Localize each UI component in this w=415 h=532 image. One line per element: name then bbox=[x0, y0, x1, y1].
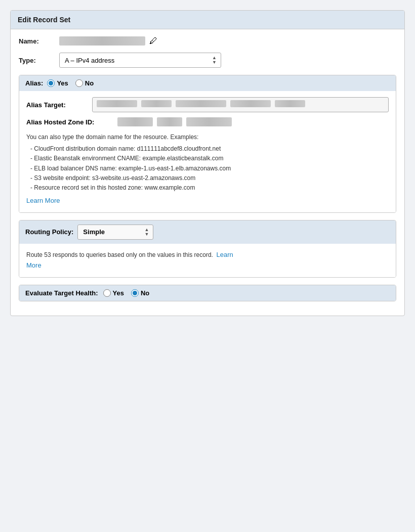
alias-hosted-zone-row: Alias Hosted Zone ID: bbox=[26, 117, 389, 126]
evaluate-no-radio[interactable] bbox=[131, 289, 139, 297]
alias-yes-label[interactable]: Yes bbox=[47, 79, 68, 87]
routing-policy-value: Simple bbox=[83, 228, 105, 236]
alias-no-label[interactable]: No bbox=[75, 79, 94, 87]
name-label: Name: bbox=[19, 37, 54, 45]
routing-description: Route 53 responds to queries based only … bbox=[26, 250, 389, 271]
type-select[interactable]: A – IPv4 address ▲▼ bbox=[59, 53, 221, 68]
alias-example-4: S3 website endpoint: s3-website.us-east-… bbox=[26, 173, 389, 183]
alias-no-radio[interactable] bbox=[75, 79, 83, 87]
routing-policy-header: Routing Policy: Simple ▲▼ bbox=[19, 220, 396, 244]
panel-header: Edit Record Set bbox=[11, 11, 404, 29]
evaluate-yes-radio[interactable] bbox=[103, 289, 111, 297]
alias-learn-more-link[interactable]: Learn More bbox=[26, 196, 60, 206]
evaluate-target-label: Evaluate Target Health: bbox=[25, 289, 98, 297]
alias-hosted-zone-label: Alias Hosted Zone ID: bbox=[26, 118, 117, 126]
routing-policy-select[interactable]: Simple ▲▼ bbox=[77, 225, 153, 240]
type-field-row: Type: A – IPv4 address ▲▼ bbox=[19, 53, 396, 68]
routing-policy-body: Route 53 responds to queries based only … bbox=[19, 244, 396, 277]
alias-example-1: CloudFront distribution domain name: d11… bbox=[26, 144, 389, 154]
edit-pencil-icon[interactable]: 🖊 bbox=[149, 36, 157, 46]
evaluate-target-header: Evaluate Target Health: Yes No bbox=[19, 285, 396, 301]
routing-policy-select-wrapper: Simple ▲▼ bbox=[77, 225, 153, 240]
type-label: Type: bbox=[19, 57, 54, 64]
evaluate-no-label[interactable]: No bbox=[131, 289, 149, 297]
type-select-wrapper: A – IPv4 address ▲▼ bbox=[59, 53, 221, 68]
alias-section-body: Alias Target: Alias Hosted Zone ID: bbox=[19, 91, 396, 212]
blur4 bbox=[230, 100, 271, 107]
alias-radio-group: Yes No bbox=[47, 79, 94, 87]
alias-info-intro: You can also type the domain name for th… bbox=[26, 132, 389, 142]
routing-desc-text: Route 53 responds to queries based only … bbox=[26, 251, 213, 258]
panel-body: Name: 🖊 Type: A – IPv4 address ▲▼ Alias: bbox=[11, 29, 404, 316]
alias-label: Alias: bbox=[25, 79, 43, 87]
name-value-container: 🖊 bbox=[59, 36, 157, 46]
blur3 bbox=[176, 100, 226, 107]
blur5 bbox=[275, 100, 305, 107]
alias-yes-text: Yes bbox=[57, 79, 68, 87]
alias-example-5: Resource record set in this hosted zone:… bbox=[26, 183, 389, 193]
alias-info-text: You can also type the domain name for th… bbox=[26, 132, 389, 206]
alias-target-input[interactable] bbox=[92, 97, 389, 112]
evaluate-radio-group: Yes No bbox=[103, 289, 150, 297]
routing-policy-label: Routing Policy: bbox=[25, 228, 73, 236]
type-select-arrows: ▲▼ bbox=[212, 56, 217, 65]
name-field-row: Name: 🖊 bbox=[19, 36, 396, 46]
name-blurred-value bbox=[59, 36, 145, 46]
evaluate-yes-label[interactable]: Yes bbox=[103, 289, 124, 297]
evaluate-target-section-box: Evaluate Target Health: Yes No bbox=[19, 285, 396, 301]
alias-target-label: Alias Target: bbox=[26, 101, 92, 109]
blur1 bbox=[97, 100, 137, 107]
alias-section-header: Alias: Yes No bbox=[19, 75, 396, 91]
alias-example-2: Elastic Beanstalk environment CNAME: exa… bbox=[26, 154, 389, 163]
panel-title: Edit Record Set bbox=[18, 16, 70, 24]
alias-example-3: ELB load balancer DNS name: example-1.us… bbox=[26, 164, 389, 173]
hosted-zone-blurred-container bbox=[117, 117, 232, 126]
alias-target-row: Alias Target: bbox=[26, 97, 389, 112]
alias-examples-list: CloudFront distribution domain name: d11… bbox=[26, 144, 389, 193]
hz-blur3 bbox=[186, 117, 232, 126]
evaluate-yes-text: Yes bbox=[113, 289, 124, 297]
hz-blur1 bbox=[117, 117, 153, 126]
routing-policy-arrows: ▲▼ bbox=[144, 228, 149, 237]
alias-no-text: No bbox=[85, 79, 94, 87]
routing-policy-section-box: Routing Policy: Simple ▲▼ Route 53 respo… bbox=[19, 220, 396, 278]
alias-yes-radio[interactable] bbox=[47, 79, 55, 87]
evaluate-no-text: No bbox=[141, 289, 149, 297]
alias-section-box: Alias: Yes No Alias Target: bbox=[19, 75, 396, 213]
blur2 bbox=[141, 100, 172, 107]
hz-blur2 bbox=[157, 117, 182, 126]
type-select-value: A – IPv4 address bbox=[65, 57, 114, 64]
alias-target-blurred bbox=[97, 100, 384, 107]
edit-record-set-panel: Edit Record Set Name: 🖊 Type: A – IPv4 a… bbox=[10, 10, 405, 316]
